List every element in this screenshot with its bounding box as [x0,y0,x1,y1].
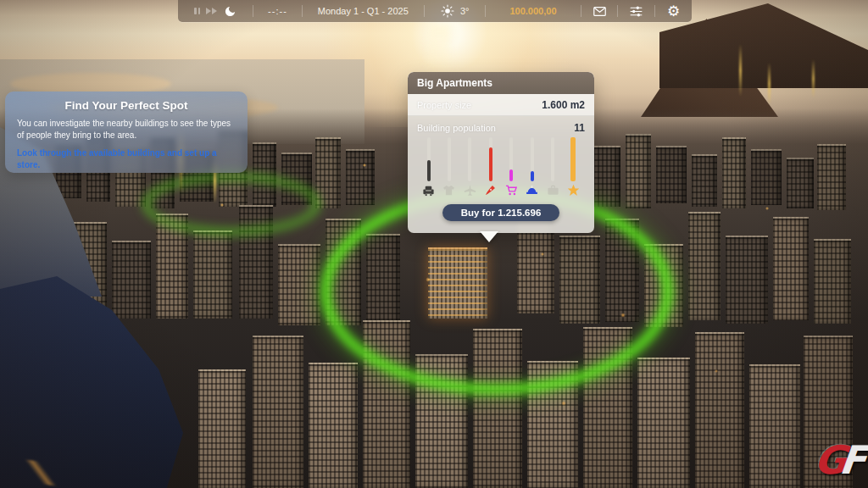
gf-logo-watermark: GF [812,441,861,480]
tutorial-title: Find Your Perfect Spot [17,99,236,112]
briefcase-icon [547,184,559,197]
buy-button[interactable]: Buy for 1.215.696 [442,204,560,221]
population-bar-vip [567,137,580,197]
filters-button[interactable] [618,0,654,22]
property-size-value: 1.600 m2 [542,99,585,111]
sun-icon [441,4,454,18]
armchair-icon [422,184,435,197]
population-bar-business [547,137,559,197]
population-bar-residents [422,137,435,197]
fast-forward-icon[interactable] [206,8,218,14]
top-bar: --:-- Monday 1 - Q1 - 2025 3° 100.000,00 [178,0,692,22]
population-demographics [408,136,594,197]
bar-track [468,137,471,181]
gear-icon: ⚙ [667,4,680,19]
pen-icon [484,184,497,197]
bar-fill [509,169,513,181]
settings-button[interactable]: ⚙ [655,0,692,22]
star-icon [567,184,580,197]
date-display: Monday 1 - Q1 - 2025 [303,0,425,22]
time-display: --:-- [253,0,301,22]
property-size-row: Property size 1.600 m2 [408,94,594,116]
tutorial-body: You can investigate the nearby buildings… [17,118,236,141]
bar-fill [427,160,431,181]
population-bar-tourists [464,137,476,197]
population-bar-workers [526,137,538,197]
game-screen: --:-- Monday 1 - Q1 - 2025 3° 100.000,00 [0,0,868,488]
tutorial-link: Look through the available buildings and… [17,147,236,171]
buy-row: Buy for 1.215.696 [408,204,594,221]
temperature-value: 3° [460,6,470,16]
bar-track [570,137,576,181]
pause-icon[interactable] [194,8,200,14]
shirt-icon [442,184,455,197]
building-population-row: Building population 11 [408,116,594,136]
bar-track [551,137,554,181]
moon-icon [224,5,236,18]
weather-display: 3° [425,0,485,22]
building-info-panel: Big Apartments Property size 1.600 m2 Bu… [408,72,594,233]
mail-button[interactable] [581,0,618,22]
time-speed-controls [178,0,253,22]
population-bar-shoppers [442,137,455,197]
filters-icon [629,4,643,19]
bar-track [448,137,451,181]
plane-icon [464,184,476,197]
bar-fill [570,137,576,181]
building-panel-title: Big Apartments [408,72,594,94]
tutorial-panel: Find Your Perfect Spot You can investiga… [5,92,248,173]
bar-fill [489,147,492,181]
building-population-value: 11 [574,122,585,134]
building-population-label: Building population [417,123,496,133]
bar-track [489,137,492,181]
property-size-label: Property size [417,100,471,110]
money-display: 100.000,00 [486,0,580,22]
bar-track [427,137,431,181]
cart-icon [505,184,518,197]
population-bar-professionals [484,137,497,197]
building-pointer-arrow [480,231,498,242]
bar-fill [531,171,534,181]
population-bar-customers [505,137,518,197]
hardhat-icon [526,184,538,197]
bar-track [531,137,534,181]
mail-icon [593,4,607,19]
bar-track [509,137,513,181]
